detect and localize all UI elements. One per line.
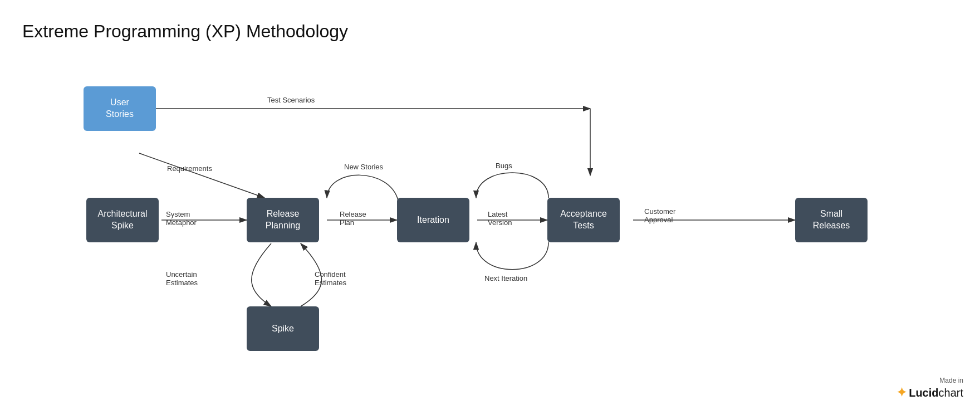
user-stories-label: UserStories	[106, 97, 134, 120]
iteration-label: Iteration	[417, 214, 449, 226]
lucidchart-icon: ✦	[896, 385, 906, 400]
svg-line-4	[139, 153, 264, 198]
bugs-label: Bugs	[496, 162, 512, 170]
acceptance-tests-label: AcceptanceTests	[560, 208, 607, 232]
watermark-brand: ✦ Lucid chart	[896, 385, 963, 400]
spike-node: Spike	[247, 306, 319, 351]
watermark-lucid: Lucid	[909, 387, 938, 399]
page-title: Extreme Programming (XP) Methodology	[22, 21, 348, 42]
architectural-spike-node: ArchitecturalSpike	[86, 198, 159, 242]
spike-label: Spike	[272, 323, 294, 335]
uncertain-estimates-label: UncertainEstimates	[166, 270, 198, 287]
watermark-made-in: Made in	[939, 377, 963, 384]
acceptance-tests-node: AcceptanceTests	[547, 198, 620, 242]
release-planning-label: ReleasePlanning	[266, 208, 300, 232]
small-releases-node: SmallReleases	[795, 198, 868, 242]
new-stories-label: New Stories	[344, 163, 383, 171]
watermark: Made in ✦ Lucid chart	[896, 377, 963, 400]
confident-estimates-label: ConfidentEstimates	[315, 270, 346, 287]
next-iteration-label: Next Iteration	[484, 274, 527, 282]
small-releases-label: SmallReleases	[813, 208, 850, 232]
diagram-area: UserStories ArchitecturalSpike ReleasePl…	[0, 56, 980, 410]
iteration-node: Iteration	[397, 198, 469, 242]
architectural-spike-label: ArchitecturalSpike	[98, 208, 148, 232]
release-planning-node: ReleasePlanning	[247, 198, 319, 242]
user-stories-node: UserStories	[84, 86, 156, 131]
watermark-chart: chart	[939, 387, 963, 399]
test-scenarios-label: Test Scenarios	[267, 96, 315, 104]
latest-version-label: LatestVersion	[488, 210, 512, 227]
customer-approval-edge-label: CustomerApproval	[644, 207, 675, 224]
requirements-label: Requirements	[167, 164, 212, 173]
system-metaphor-label: SystemMetaphor	[166, 210, 197, 227]
release-plan-label: ReleasePlan	[340, 210, 366, 227]
